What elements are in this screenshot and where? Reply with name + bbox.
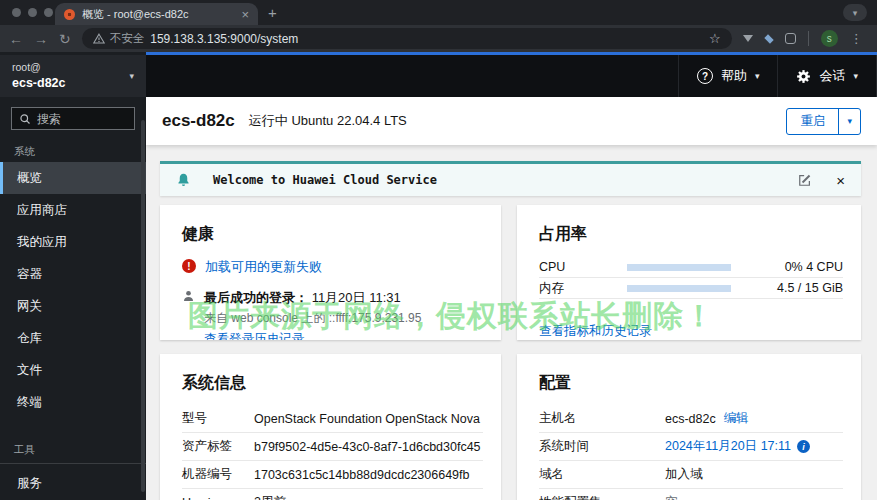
bookmark-star-icon[interactable]: ☆ (709, 31, 721, 46)
health-card: 健康 ! 加载可用的更新失败 最后成功的登录： 11月 (160, 205, 501, 340)
updates-error-link[interactable]: 加载可用的更新失败 (205, 258, 322, 276)
close-icon[interactable]: × (836, 173, 845, 188)
performance-profile-row: 性能配置集 空 (539, 489, 843, 500)
configuration-card: 配置 主机名 ecs-d82c 编辑 系统时间 2024年11月20日 17:1… (517, 354, 861, 500)
sidebar-item-containers[interactable]: 容器 (0, 258, 146, 290)
bell-icon (176, 172, 191, 188)
session-menu-button[interactable]: 会话 ▾ (777, 55, 877, 97)
help-label: 帮助 (721, 67, 747, 85)
browser-tab[interactable]: 概览 - root@ecs-d82c × (55, 3, 258, 25)
security-chip-label: 不安全 (110, 31, 145, 46)
help-icon: ? (697, 68, 713, 84)
system-time-link[interactable]: 2024年11月20日 17:11 (665, 438, 791, 455)
browser-tabstrip: 概览 - root@ecs-d82c × + ▾ (0, 0, 877, 25)
memory-value: 4.5 / 15 GiB (777, 281, 843, 295)
cpu-label: CPU (539, 260, 627, 274)
model-row: 型号 OpenStack Foundation OpenStack Nova (182, 405, 483, 433)
sidebar-scrollbar[interactable] (141, 120, 145, 492)
uptime-row: Up since 2周前 (182, 489, 483, 500)
sidebar-item-gateway[interactable]: 网关 (0, 290, 146, 322)
usage-title: 占用率 (539, 224, 843, 245)
tab-title: 概览 - root@ecs-d82c (82, 7, 234, 22)
sidebar-divider (0, 463, 146, 464)
configuration-title: 配置 (539, 373, 843, 394)
chevron-down-icon: ▾ (853, 71, 858, 81)
reload-icon[interactable]: ↻ (59, 32, 71, 46)
sidebar-item-files[interactable]: 文件 (0, 354, 146, 386)
screen: 概览 - root@ecs-d82c × + ▾ ← → ↻ 不安全 159.1… (0, 0, 877, 500)
card-grid: 健康 ! 加载可用的更新失败 最后成功的登录： 11月 (160, 205, 861, 500)
cpu-progress-bar (627, 264, 731, 271)
window-dot[interactable] (12, 8, 21, 17)
notification-banner: Welcome to Huawei Cloud Service × (160, 161, 861, 196)
chevron-down-icon: ▾ (755, 71, 760, 81)
sidebar-item-overview[interactable]: 概览 (0, 162, 146, 194)
warning-triangle-icon (93, 33, 105, 44)
hostname-value: ecs-d82c (665, 412, 716, 426)
browser-menu-icon[interactable]: ⋮ (850, 31, 863, 46)
tab-search-button[interactable]: ▾ (843, 4, 867, 21)
sidebar-search[interactable] (11, 107, 135, 130)
user-hostname: ecs-d82c (12, 75, 66, 92)
address-bar[interactable]: 不安全 159.138.3.135:9000/system ☆ (82, 28, 732, 49)
user-icon (182, 289, 195, 303)
chevron-down-icon: ▾ (129, 71, 134, 81)
url-text: 159.138.3.135:9000/system (150, 32, 298, 46)
join-domain-button[interactable]: 加入域 (665, 466, 703, 483)
new-tab-button[interactable]: + (268, 4, 277, 21)
page-title: ecs-d82c (162, 111, 235, 131)
login-history-link[interactable]: 查看登录历史记录 (204, 332, 304, 340)
session-label: 会话 (819, 67, 845, 85)
browser-toolbar: ← → ↻ 不安全 159.138.3.135:9000/system ☆ s … (0, 25, 877, 52)
error-icon: ! (182, 259, 196, 273)
cpu-value: 0% 4 CPU (785, 260, 843, 274)
back-icon[interactable]: ← (9, 32, 23, 46)
sidebar-section-tools: 工具 (0, 434, 146, 460)
search-input[interactable] (37, 112, 127, 126)
usage-card: 占用率 CPU 0% 4 CPU 内存 4.5 / 15 GiB (517, 205, 861, 340)
window-controls[interactable] (12, 8, 53, 17)
health-title: 健康 (182, 224, 483, 245)
profile-avatar[interactable]: s (821, 30, 838, 47)
last-login-time: 11月20日 11:31 (312, 290, 401, 305)
sidebar-item-services[interactable]: 服务 (0, 467, 146, 499)
sidebar-item-terminal[interactable]: 终端 (0, 386, 146, 418)
sidebar-item-repository[interactable]: 仓库 (0, 322, 146, 354)
performance-profile-value: 空 (665, 494, 678, 500)
last-login-label: 最后成功的登录： (204, 290, 308, 305)
hostname-row: 主机名 ecs-d82c 编辑 (539, 405, 843, 433)
extensions-icon[interactable] (785, 33, 796, 44)
sharing-hub-icon[interactable] (764, 34, 773, 43)
tab-favicon-icon (64, 9, 75, 20)
hostname-edit-link[interactable]: 编辑 (724, 410, 749, 427)
restart-caret-button[interactable]: ▾ (839, 109, 860, 134)
window-dot[interactable] (44, 8, 53, 17)
system-time-row: 系统时间 2024年11月20日 17:11 i (539, 433, 843, 461)
domain-row: 域名 加入域 (539, 461, 843, 489)
user-name: root@ (12, 60, 66, 74)
info-icon[interactable]: i (797, 440, 810, 453)
toolbar-divider (808, 31, 809, 46)
user-menu[interactable]: root@ ecs-d82c ▾ (0, 55, 146, 97)
window-dot[interactable] (28, 8, 37, 17)
gear-icon (796, 69, 811, 84)
restart-button[interactable]: 重启 (787, 109, 839, 134)
sidebar-item-my-apps[interactable]: 我的应用 (0, 226, 146, 258)
asset-tag-row: 资产标签 b79f9502-4d5e-43c0-8af7-1d6cbd30fc4… (182, 433, 483, 461)
cpu-usage-row: CPU 0% 4 CPU (539, 257, 843, 278)
memory-usage-row: 内存 4.5 / 15 GiB (539, 278, 843, 299)
machine-id-row: 机器编号 1703c631c5c14bb88d9dcdc2306649fb (182, 461, 483, 489)
system-info-title: 系统信息 (182, 373, 483, 394)
help-menu-button[interactable]: ? 帮助 ▾ (678, 55, 778, 97)
sidebar-item-app-store[interactable]: 应用商店 (0, 194, 146, 226)
downloads-icon[interactable] (743, 35, 753, 42)
page-header: ecs-d82c 运行中 Ubuntu 22.04.4 LTS 重启 ▾ (146, 97, 877, 145)
toolbar-right: s ⋮ (743, 30, 863, 47)
search-icon (19, 113, 31, 125)
metrics-history-link[interactable]: 查看指标和历史记录 (539, 323, 652, 340)
security-chip[interactable]: 不安全 (93, 31, 145, 46)
tab-close-icon[interactable]: × (241, 8, 249, 21)
edit-icon[interactable] (798, 173, 812, 187)
forward-icon[interactable]: → (34, 32, 48, 46)
banner-message: Welcome to Huawei Cloud Service (213, 173, 437, 187)
